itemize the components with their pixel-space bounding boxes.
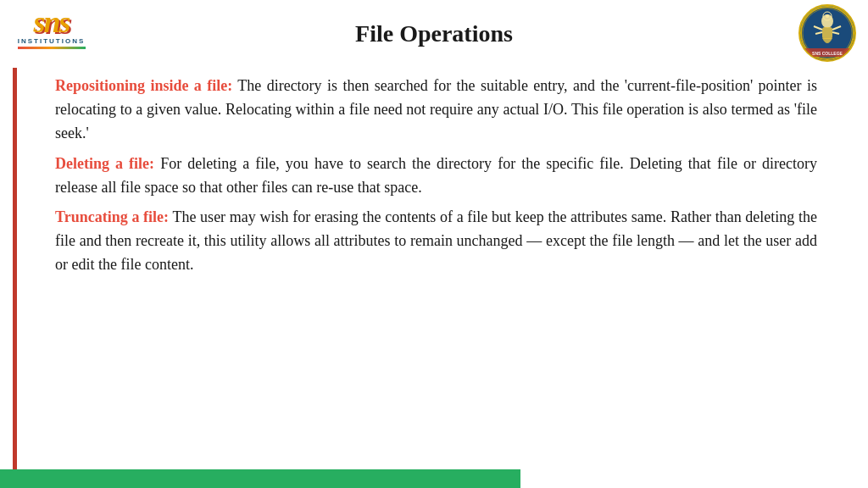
footer-bar [0,469,868,488]
page-title: File Operations [355,20,513,47]
header: sns INSTITUTIONS File Operations [0,0,868,68]
text-truncating: The user may wish for erasing the conten… [55,208,817,273]
footer-green-segment [0,469,520,488]
right-logo-circle: SNS COLLEGE [798,4,856,62]
text-deleting: For deleting a file, you have to search … [55,155,817,196]
term-deleting: Deleting a file: [55,155,154,172]
sns-logo-text: sns [33,7,69,37]
term-truncating: Truncating a file: [55,208,169,225]
term-repositioning: Repositioning inside a file: [55,77,232,94]
svg-text:SNS COLLEGE: SNS COLLEGE [812,51,843,56]
section-deleting: Deleting a file: For deleting a file, yo… [55,152,817,200]
emblem-svg: SNS COLLEGE [800,6,854,60]
section-truncating: Truncating a file: The user may wish for… [55,206,817,277]
right-logo-inner: SNS COLLEGE [800,6,854,60]
svg-point-9 [826,14,829,18]
section-repositioning: Repositioning inside a file: The directo… [55,75,817,146]
svg-rect-3 [822,27,832,39]
sns-logo-subtext: INSTITUTIONS [18,37,86,45]
sns-logo-line [18,47,86,49]
page: sns INSTITUTIONS File Operations [0,0,868,488]
footer-white-segment [520,469,868,488]
content-area: Repositioning inside a file: The directo… [13,68,855,469]
sns-logo: sns INSTITUTIONS [15,7,87,62]
right-logo: SNS COLLEGE [798,4,856,62]
